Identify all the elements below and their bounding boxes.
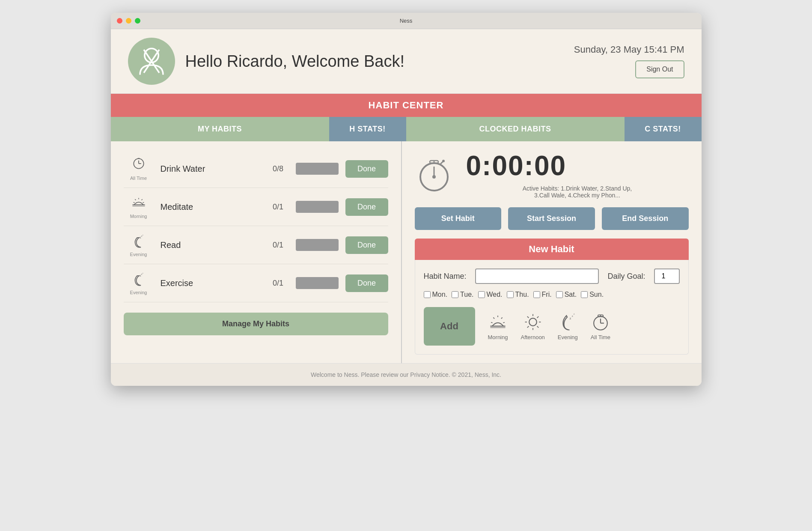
tab-bar: MY HABITS H STATS! CLOCKED HABITS C STAT…: [111, 117, 702, 141]
day-checkbox-wed[interactable]: [478, 291, 485, 298]
daily-goal-label: Daily Goal:: [607, 272, 645, 281]
tod-morning-label: Morning: [488, 334, 508, 340]
icon-label-morning: Morning: [124, 214, 154, 219]
done-button[interactable]: Done: [345, 160, 388, 178]
habit-list: All Time Drink Water 0/8 Done: [124, 150, 388, 302]
title-bar: Ness: [111, 13, 702, 29]
done-button[interactable]: Done: [345, 236, 388, 254]
habit-progress-bar: [296, 163, 339, 175]
alltime-icon: [130, 157, 147, 174]
habit-progress-bar: [296, 201, 339, 213]
habit-name: Read: [161, 240, 261, 250]
add-habit-button[interactable]: Add: [424, 307, 475, 346]
day-label-tue: Tue.: [460, 291, 473, 298]
habit-icon-alltime: All Time: [124, 157, 154, 181]
day-checkbox-fri[interactable]: [533, 291, 540, 298]
manage-habits-button[interactable]: Manage My Habits: [124, 313, 388, 335]
maximize-button[interactable]: [135, 18, 140, 24]
morning-icon: [130, 195, 147, 212]
svg-text:z: z: [142, 272, 143, 274]
tod-afternoon-label: Afternoon: [521, 334, 544, 340]
time-of-day-icons: Morning: [488, 313, 611, 340]
avatar: [128, 38, 175, 85]
left-panel: All Time Drink Water 0/8 Done: [111, 141, 402, 363]
svg-line-40: [527, 316, 529, 318]
set-habit-button[interactable]: Set Habit: [415, 207, 502, 230]
svg-line-42: [537, 316, 538, 318]
tab-h-stats[interactable]: H STATS!: [329, 117, 406, 141]
svg-line-11: [135, 199, 136, 200]
svg-line-41: [537, 326, 538, 328]
habit-name: Drink Water: [161, 164, 261, 174]
close-button[interactable]: [117, 18, 122, 24]
svg-line-34: [503, 322, 505, 322]
date-time: Sunday, 23 May 15:41 PM: [574, 44, 684, 55]
svg-line-14: [143, 202, 144, 203]
svg-line-32: [501, 317, 503, 319]
day-item-sat: Sat.: [556, 291, 577, 298]
svg-line-13: [133, 202, 134, 203]
day-checkbox-mon[interactable]: [424, 291, 431, 298]
habit-item: All Time Drink Water 0/8 Done: [124, 150, 388, 188]
daily-goal-input[interactable]: [654, 268, 680, 284]
day-label-thu: Thu.: [515, 291, 529, 298]
start-session-button[interactable]: Start Session: [508, 207, 595, 230]
svg-point-27: [442, 160, 445, 162]
active-habits-line2: 3.Call Wale, 4.Check my Phon...: [534, 192, 620, 199]
done-button[interactable]: Done: [345, 198, 388, 216]
habit-name-input[interactable]: [475, 268, 599, 284]
habit-icon-evening: z z z Evening: [124, 233, 154, 257]
tab-clocked-habits[interactable]: CLOCKED HABITS: [406, 117, 625, 141]
footer: Welcome to Ness. Please review our Priva…: [111, 363, 702, 386]
tod-evening[interactable]: z z z Evening: [558, 313, 578, 340]
habit-name: Meditate: [161, 202, 261, 212]
day-item-fri: Fri.: [533, 291, 552, 298]
habit-count: 0/1: [268, 241, 289, 250]
tod-afternoon[interactable]: Afternoon: [521, 313, 544, 340]
stopwatch-container: [415, 152, 453, 197]
tod-evening-label: Evening: [558, 334, 578, 340]
habit-list-wrapper[interactable]: All Time Drink Water 0/8 Done: [124, 150, 388, 302]
habit-progress-bar: [296, 277, 339, 289]
tab-my-habits[interactable]: MY HABITS: [111, 117, 329, 141]
right-panel: 0:00:00 Active Habits: 1.Drink Water, 2.…: [402, 141, 702, 363]
habit-name-row: Habit Name: Daily Goal:: [424, 268, 680, 284]
svg-text:z: z: [142, 234, 143, 236]
icon-label-alltime: All Time: [124, 176, 154, 181]
evening-icon-2: z z z: [130, 271, 147, 288]
window-title: Ness: [400, 18, 413, 24]
day-item-sun: Sun.: [581, 291, 604, 298]
header-right: Sunday, 23 May 15:41 PM Sign Out: [574, 44, 684, 78]
active-habits-text: Active Habits: 1.Drink Water, 2.Stand Up…: [466, 185, 689, 199]
tab-c-stats[interactable]: C STATS!: [625, 117, 702, 141]
svg-text:z: z: [570, 316, 571, 320]
timer-section: 0:00:00 Active Habits: 1.Drink Water, 2.…: [415, 150, 689, 199]
svg-line-43: [527, 326, 529, 328]
habit-progress-bar: [296, 239, 339, 251]
habit-count: 0/1: [268, 203, 289, 212]
habit-count: 0/1: [268, 279, 289, 288]
tod-morning[interactable]: Morning: [488, 313, 508, 340]
day-checkbox-sun[interactable]: [581, 291, 588, 298]
morning-tod-icon: [488, 313, 507, 331]
new-habit-form: Habit Name: Daily Goal: Mon. Tue.: [415, 260, 689, 355]
day-checkbox-sat[interactable]: [556, 291, 563, 298]
tod-alltime[interactable]: All Time: [591, 313, 610, 340]
done-button[interactable]: Done: [345, 274, 388, 292]
bottom-row: Add: [424, 307, 680, 346]
footer-text: Welcome to Ness. Please review our Priva…: [311, 371, 501, 378]
icon-label-evening: Evening: [124, 252, 154, 257]
evening-tod-icon: z z z: [558, 313, 577, 331]
active-habits-line1: Active Habits: 1.Drink Water, 2.Stand Up…: [523, 185, 632, 192]
day-label-mon: Mon.: [432, 291, 448, 298]
minimize-button[interactable]: [126, 18, 131, 24]
day-item-thu: Thu.: [507, 291, 529, 298]
day-checkbox-tue[interactable]: [452, 291, 458, 298]
app-window: Ness Hello Ricardo, Welcome Back! Sunday…: [111, 13, 702, 386]
day-checkbox-thu[interactable]: [507, 291, 514, 298]
habit-center-banner: HABIT CENTER: [111, 94, 702, 117]
habit-item: z z z Evening Exercise 0/1 Done: [124, 264, 388, 302]
timer-info: 0:00:00 Active Habits: 1.Drink Water, 2.…: [466, 150, 689, 199]
sign-out-button[interactable]: Sign Out: [635, 60, 684, 78]
end-session-button[interactable]: End Session: [602, 207, 689, 230]
